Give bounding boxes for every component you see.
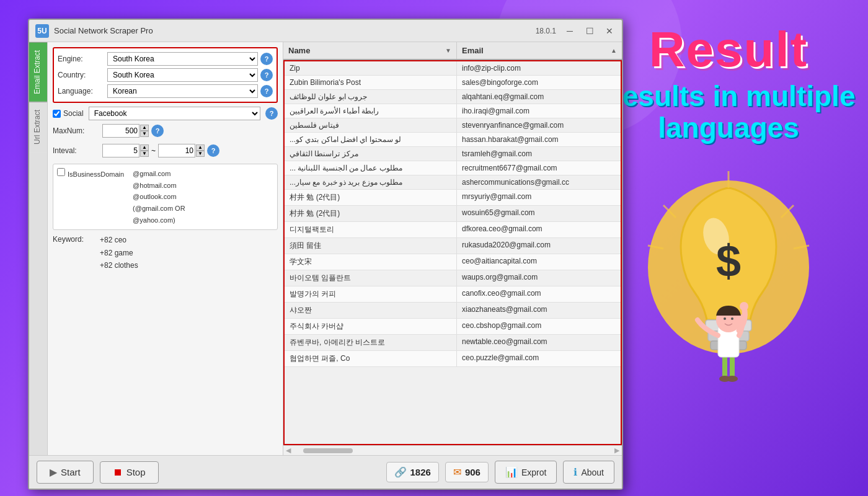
table-row[interactable]: 村井 勉 (2代目) mrsyuriy@gmail.com bbox=[285, 190, 621, 206]
table-row[interactable]: Zubin Bilimoria's Post sales@bingoforge.… bbox=[285, 76, 621, 90]
tab-email-extract[interactable]: Email Extract bbox=[29, 42, 47, 102]
interval-min-input[interactable]: 5 bbox=[102, 144, 140, 157]
social-checkbox-label[interactable]: Social bbox=[53, 109, 84, 118]
engine-help-button[interactable]: ? bbox=[260, 53, 273, 65]
about-button[interactable]: ℹ About bbox=[563, 461, 614, 484]
interval-max-input[interactable]: 10 bbox=[158, 144, 195, 157]
close-button[interactable]: ✕ bbox=[603, 25, 616, 37]
table-header: Name ▼ Email ▲ bbox=[283, 42, 622, 60]
cell-name: 쥬벤쿠바, 아메리칸 비스트로 bbox=[285, 335, 457, 350]
domain-list: @gmail.com@hotmail.com@outlook.com(@gmai… bbox=[133, 168, 185, 226]
horizontal-scrollbar[interactable]: ◀ ▶ bbox=[283, 445, 622, 455]
table-row[interactable]: Zip info@zip-clip.com bbox=[285, 61, 621, 76]
svg-rect-6 bbox=[722, 354, 727, 379]
language-help-button[interactable]: ? bbox=[260, 85, 273, 97]
cell-email: canofix.ceo@gmail.com bbox=[457, 286, 621, 302]
table-body: Zip info@zip-clip.com Zubin Bilimoria's … bbox=[283, 60, 622, 445]
cell-name: Zip bbox=[285, 61, 457, 75]
cell-email: waups.org@gmail.com bbox=[457, 270, 621, 286]
interval-max-up[interactable]: ▲ bbox=[196, 144, 205, 151]
table-row[interactable]: 협업하면 퍼즐, Co ceo.puzzle@gmail.com bbox=[285, 351, 621, 367]
cell-name: 村井 勉 (2代目) bbox=[285, 190, 457, 205]
table-row[interactable]: ...مطلوب موزع بريد ذو خبرة مع سيار asher… bbox=[285, 175, 621, 190]
is-business-domain-checkbox[interactable] bbox=[57, 168, 65, 176]
country-help-button[interactable]: ? bbox=[260, 69, 273, 81]
engine-label: Engine: bbox=[58, 55, 107, 63]
cell-email: dfkorea.ceo@gmail.com bbox=[457, 222, 621, 237]
bulb-illustration: $ bbox=[611, 156, 846, 404]
table-row[interactable]: ...لو سمحتوا اي افضل اماكن بتدي كو hassa… bbox=[285, 133, 621, 147]
maxnum-down-button[interactable]: ▼ bbox=[140, 131, 149, 137]
stop-icon: ⏹ bbox=[113, 467, 123, 478]
cell-email: mrsyuriy@gmail.com bbox=[457, 190, 621, 205]
col-email-header[interactable]: Email ▲ bbox=[457, 42, 622, 59]
table-row[interactable]: 須田 留佳 rukasuda2020@gmail.com bbox=[285, 238, 621, 254]
table-row[interactable]: 디지털팩토리 dfkorea.ceo@gmail.com bbox=[285, 222, 621, 238]
maxnum-label: MaxNum: bbox=[53, 126, 102, 135]
table-row[interactable]: 발명가의 커피 canofix.ceo@gmail.com bbox=[285, 286, 621, 303]
country-select[interactable]: South Korea bbox=[107, 68, 258, 82]
keyword-section: Keyword: +82 ceo+82 game+82 clothes bbox=[53, 234, 278, 272]
table-row[interactable]: رابطة أطباء الأسرة العراقيين iho.iraqi@g… bbox=[285, 104, 621, 118]
maxnum-help-button[interactable]: ? bbox=[151, 125, 164, 137]
table-row[interactable]: 学文宋 ceo@aitiancapital.com bbox=[285, 254, 621, 270]
minimize-button[interactable]: ─ bbox=[564, 25, 576, 37]
link-counter: 🔗 1826 bbox=[386, 462, 439, 482]
svg-point-14 bbox=[740, 302, 748, 311]
stop-button[interactable]: ⏹ Stop bbox=[100, 461, 159, 484]
promo-area: Result Results in multiple languages $ bbox=[589, 0, 868, 496]
cell-email: recruitment6677@gmail.com bbox=[457, 161, 621, 175]
social-checkbox[interactable] bbox=[53, 110, 61, 118]
results-table: Name ▼ Email ▲ Zip info@zip-clip.com Zub… bbox=[283, 42, 622, 445]
maxnum-input[interactable]: 500 bbox=[102, 124, 140, 138]
cell-email: ceo@aitiancapital.com bbox=[457, 254, 621, 270]
table-row[interactable]: 주식회사 카버샵 ceo.cbshop@gmail.com bbox=[285, 319, 621, 335]
cell-email: info@zip-clip.com bbox=[457, 61, 621, 75]
app-title: Social Network Scraper Pro bbox=[54, 26, 153, 35]
app-window: 5U Social Network Scraper Pro 18.0.1 ─ ☐… bbox=[28, 19, 623, 490]
table-row[interactable]: فيتاس فلسطين stevenryanfinance@gmail.com bbox=[285, 118, 621, 133]
h-scroll-thumb[interactable] bbox=[303, 448, 353, 453]
table-row[interactable]: 쥬벤쿠바, 아메리칸 비스트로 newtable.ceo@gmail.com bbox=[285, 335, 621, 351]
table-row[interactable]: 村井 勉 (2代目) wosuin65@gmail.com bbox=[285, 206, 621, 222]
engine-select[interactable]: South Korea bbox=[107, 52, 258, 66]
cell-name: 디지털팩토리 bbox=[285, 222, 457, 237]
table-row[interactable]: ... مطلوب عمال من الجنسية اللبنانية recr… bbox=[285, 161, 621, 175]
tab-sidebar: Email Extract Url Extract bbox=[29, 42, 48, 455]
cell-email: rukasuda2020@gmail.com bbox=[457, 238, 621, 254]
tab-url-extract[interactable]: Url Extract bbox=[29, 102, 47, 152]
start-button[interactable]: ▶ Start bbox=[37, 461, 94, 484]
table-row[interactable]: 바이오템 임플란트 waups.org@gmail.com bbox=[285, 270, 621, 286]
cell-email: ceo.puzzle@gmail.com bbox=[457, 351, 621, 366]
engine-country-language-group: Engine: South Korea ? Country: South Kor… bbox=[53, 47, 278, 103]
interval-max-down[interactable]: ▼ bbox=[196, 151, 205, 157]
link-count: 1826 bbox=[410, 467, 431, 477]
col-name-header[interactable]: Name ▼ bbox=[283, 42, 457, 59]
mail-count: 906 bbox=[465, 467, 480, 477]
cell-email: ceo.cbshop@gmail.com bbox=[457, 319, 621, 334]
interval-min-down[interactable]: ▼ bbox=[140, 151, 149, 157]
maxnum-up-button[interactable]: ▲ bbox=[140, 125, 149, 131]
left-panel: Engine: South Korea ? Country: South Kor… bbox=[48, 42, 283, 455]
keyword-values: +82 ceo+82 game+82 clothes bbox=[100, 234, 138, 272]
social-help-button[interactable]: ? bbox=[265, 107, 278, 120]
cell-email: newtable.ceo@gmail.com bbox=[457, 335, 621, 350]
interval-help-button[interactable]: ? bbox=[207, 144, 219, 157]
maximize-button[interactable]: ☐ bbox=[583, 25, 596, 37]
interval-min-up[interactable]: ▲ bbox=[140, 144, 149, 151]
country-label: Country: bbox=[58, 71, 107, 79]
language-select[interactable]: Korean bbox=[107, 84, 258, 98]
table-row[interactable]: جروب ابو علوان للوظائف alqahtani.eq@gmai… bbox=[285, 90, 621, 104]
cell-name: 須田 留佳 bbox=[285, 238, 457, 254]
cell-name: 바이오템 임플란트 bbox=[285, 270, 457, 286]
export-button[interactable]: 📊 Exprot bbox=[495, 461, 557, 484]
title-bar: 5U Social Network Scraper Pro 18.0.1 ─ ☐… bbox=[29, 20, 622, 42]
table-row[interactable]: مركز تراسنطا الثقافي tsramleh@gmail.com bbox=[285, 147, 621, 161]
table-row[interactable]: 샤오짠 xiaozhaneats@gmail.com bbox=[285, 303, 621, 319]
social-select[interactable]: Facebook bbox=[89, 107, 260, 120]
cell-name: 샤오짠 bbox=[285, 303, 457, 318]
svg-rect-7 bbox=[730, 354, 735, 379]
interval-label: Inteval: bbox=[53, 146, 102, 155]
social-label-text: Social bbox=[63, 109, 84, 118]
domain-values: @gmail.com@hotmail.com@outlook.com(@gmai… bbox=[133, 168, 185, 226]
